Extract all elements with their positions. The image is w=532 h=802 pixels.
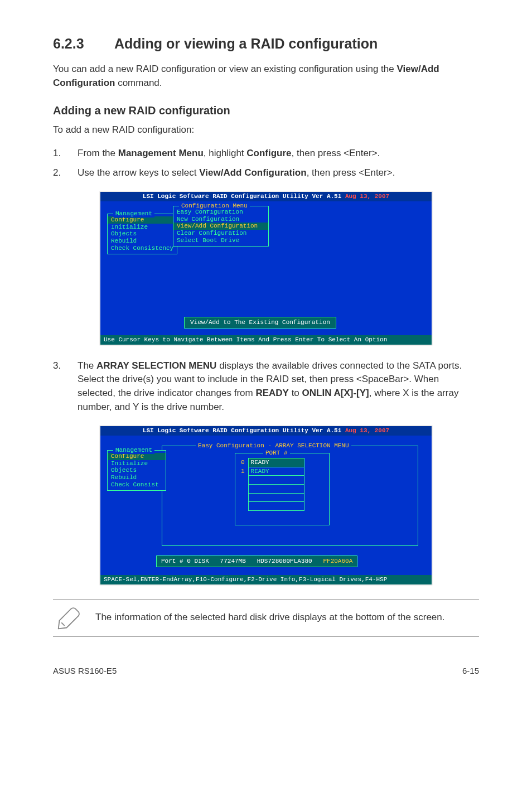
step-3: 3. The ARRAY SELECTION MENU displays the… xyxy=(53,359,479,414)
management-item-initialize[interactable]: Initialize xyxy=(108,224,177,231)
step-number: 1. xyxy=(53,147,78,161)
table-row[interactable] xyxy=(239,493,304,502)
config-item-easy[interactable]: Easy Configuration xyxy=(173,209,268,216)
config-item-clear[interactable]: Clear Configuration xyxy=(173,230,268,237)
management-item-objects[interactable]: Objects xyxy=(108,230,177,238)
configuration-menu-box: Configuration Menu Easy Configuration Ne… xyxy=(173,206,269,247)
bios-title-bar: LSI Logic Software RAID Configuration Ut… xyxy=(100,192,432,201)
bios-body: Management Configure Initialize Objects … xyxy=(100,201,432,335)
step-bold: View/Add Configuration xyxy=(199,167,306,178)
array-selection-title: Easy Configuration - ARRAY SELECTION MEN… xyxy=(196,442,351,450)
intro-text-c: command. xyxy=(115,78,162,88)
port-number: 0 xyxy=(239,458,248,467)
subheading: Adding a new RAID configuration xyxy=(53,103,479,119)
config-item-new[interactable]: New Configuration xyxy=(173,216,268,223)
step-text: Use the arrow keys to select xyxy=(78,167,199,178)
step-number: 3. xyxy=(53,359,78,414)
management-item-check-consistency[interactable]: Check Consistency xyxy=(108,245,177,252)
step-text: , highlight xyxy=(204,148,247,158)
management-item-rebuild[interactable]: Rebuild xyxy=(108,474,166,481)
steps-list-2: 3. The ARRAY SELECTION MENU displays the… xyxy=(53,359,479,414)
drive-info-status: Port # 0 DISK 77247MB HDS728080PLA380 PF… xyxy=(156,555,357,567)
section-heading: 6.2.3Adding or viewing a RAID configurat… xyxy=(53,33,479,54)
table-row[interactable] xyxy=(239,484,304,493)
table-row[interactable]: 0 READY xyxy=(239,458,304,467)
drive-info-text: Port # 0 DISK 77247MB HDS728080PLA380 xyxy=(161,558,323,564)
step-bold: ARRAY SELECTION MENU xyxy=(96,360,216,371)
step-text: to xyxy=(289,388,302,398)
section-number: 6.2.3 xyxy=(53,33,114,54)
step-1: 1. From the Management Menu, highlight C… xyxy=(53,147,479,161)
configuration-menu-title: Configuration Menu xyxy=(179,202,250,210)
management-item-rebuild[interactable]: Rebuild xyxy=(108,238,177,245)
bios-title-a: LSI Logic Software RAID Configuration Ut… xyxy=(143,427,345,434)
footer-left: ASUS RS160-E5 xyxy=(53,665,117,677)
step-text: From the xyxy=(78,148,118,158)
management-item-objects[interactable]: Objects xyxy=(108,467,166,474)
config-item-select-boot[interactable]: Select Boot Drive xyxy=(173,237,268,244)
note-text: The information of the selected hard dis… xyxy=(95,611,476,625)
section-title-text: Adding or viewing a RAID configuration xyxy=(114,36,378,51)
step-2: 2. Use the arrow keys to select View/Add… xyxy=(53,166,479,180)
view-add-existing-button[interactable]: View/Add to The Existing Configuration xyxy=(184,317,336,328)
management-item-initialize[interactable]: Initialize xyxy=(108,460,166,467)
sub-intro: To add a new RAID configuration: xyxy=(53,123,479,137)
step-bold: ONLIN A[X]-[Y] xyxy=(302,388,369,398)
bios-title-bar: LSI Logic Software RAID Configuration Ut… xyxy=(100,426,432,436)
note-box: The information of the selected hard dis… xyxy=(53,599,479,637)
table-row[interactable] xyxy=(239,502,304,511)
drive-info-firmware: PF20A60A xyxy=(323,558,352,564)
steps-list: 1. From the Management Menu, highlight C… xyxy=(53,147,479,180)
management-item-check-consist[interactable]: Check Consist xyxy=(108,481,166,489)
array-selection-box: Easy Configuration - ARRAY SELECTION MEN… xyxy=(162,446,418,546)
bios-footer-hint: Use Cursor Keys to Navigate Between Item… xyxy=(100,335,432,345)
management-menu-title: Management xyxy=(113,210,154,218)
footer-right: 6-15 xyxy=(462,665,479,677)
step-bold: READY xyxy=(255,388,289,398)
step-body: Use the arrow keys to select View/Add Co… xyxy=(78,166,479,180)
port-status: READY xyxy=(248,458,304,467)
management-menu-box: Management Configure Initialize Objects … xyxy=(107,214,177,254)
step-number: 2. xyxy=(53,166,78,180)
bios-title-date: Aug 13, 2007 xyxy=(345,427,389,434)
management-item-configure[interactable]: Configure xyxy=(108,453,166,460)
bios-body: Easy Configuration - ARRAY SELECTION MEN… xyxy=(100,436,432,575)
port-header: PORT # xyxy=(263,450,290,457)
bios-title-date: Aug 13, 2007 xyxy=(345,193,389,200)
management-item-configure[interactable]: Configure xyxy=(108,216,177,224)
bios-screenshot-2: LSI Logic Software RAID Configuration Ut… xyxy=(99,425,433,585)
port-status: READY xyxy=(248,467,304,476)
bios-title-a: LSI Logic Software RAID Configuration Ut… xyxy=(143,193,345,200)
intro-text-a: You can add a new RAID configuration or … xyxy=(53,64,396,74)
step-text: , then press <Enter>. xyxy=(292,148,380,158)
management-menu-title: Management xyxy=(113,447,154,454)
table-row[interactable] xyxy=(239,476,304,485)
step-text: , then press <Enter>. xyxy=(307,167,395,178)
bios-screenshot-1: LSI Logic Software RAID Configuration Ut… xyxy=(99,191,433,345)
step-bold: Management Menu xyxy=(118,148,204,158)
note-pencil-icon xyxy=(56,605,82,631)
step-text: The xyxy=(78,360,96,371)
table-row[interactable]: 1 READY xyxy=(239,467,304,476)
port-list-box: PORT # 0 READY 1 READY xyxy=(235,453,330,525)
page-footer: ASUS RS160-E5 6-15 xyxy=(53,665,479,677)
port-number: 1 xyxy=(239,467,248,476)
port-table: 0 READY 1 READY xyxy=(239,458,304,511)
step-body: The ARRAY SELECTION MENU displays the av… xyxy=(78,359,479,414)
step-bold: Configure xyxy=(246,148,291,158)
intro-paragraph: You can add a new RAID configuration or … xyxy=(53,62,479,90)
config-item-view-add[interactable]: View/Add Configuration xyxy=(173,223,268,230)
bios-footer-hint: SPACE-Sel,ENTER-EndArray,F10-Configure,F… xyxy=(100,575,432,584)
management-menu-box: Management Configure Initialize Objects … xyxy=(107,450,166,491)
step-body: From the Management Menu, highlight Conf… xyxy=(78,147,479,161)
